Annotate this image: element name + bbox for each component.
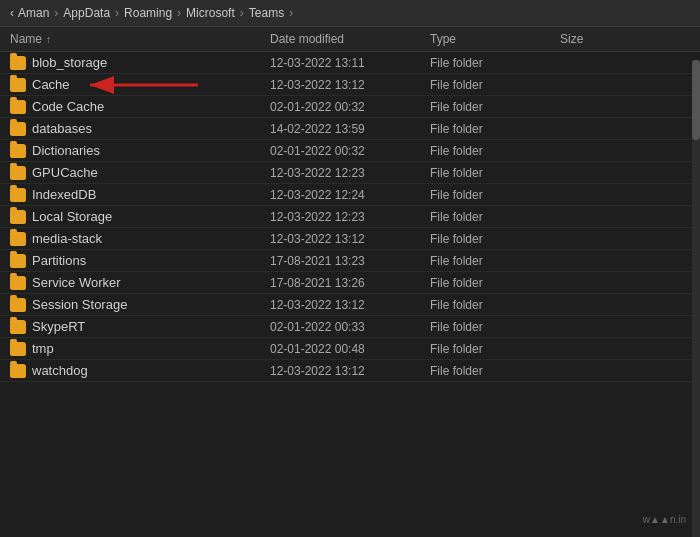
- date-cell: 17-08-2021 13:23: [270, 254, 430, 268]
- table-row[interactable]: watchdog 12-03-2022 13:12 File folder: [0, 360, 700, 382]
- breadcrumb-item-roaming[interactable]: Roaming: [124, 6, 172, 20]
- date-cell: 02-01-2022 00:33: [270, 320, 430, 334]
- folder-icon: [10, 210, 26, 224]
- table-row[interactable]: databases 14-02-2022 13:59 File folder: [0, 118, 700, 140]
- date-cell: 12-03-2022 12:23: [270, 210, 430, 224]
- table-row[interactable]: Dictionaries 02-01-2022 00:32 File folde…: [0, 140, 700, 162]
- date-cell: 02-01-2022 00:48: [270, 342, 430, 356]
- file-name-text: Service Worker: [32, 275, 121, 290]
- file-name-text: media-stack: [32, 231, 102, 246]
- col-date-header[interactable]: Date modified: [270, 32, 430, 46]
- type-cell: File folder: [430, 122, 560, 136]
- file-name-cell: blob_storage: [10, 55, 270, 70]
- file-name-text: Session Storage: [32, 297, 127, 312]
- file-name-text: SkypeRT: [32, 319, 85, 334]
- date-cell: 12-03-2022 13:12: [270, 298, 430, 312]
- table-row[interactable]: Session Storage 12-03-2022 13:12 File fo…: [0, 294, 700, 316]
- breadcrumb-item-microsoft[interactable]: Microsoft: [186, 6, 235, 20]
- folder-icon: [10, 364, 26, 378]
- file-name-text: watchdog: [32, 363, 88, 378]
- file-name-text: IndexedDB: [32, 187, 96, 202]
- file-name-cell: Service Worker: [10, 275, 270, 290]
- table-row[interactable]: tmp 02-01-2022 00:48 File folder: [0, 338, 700, 360]
- folder-icon: [10, 78, 26, 92]
- breadcrumb[interactable]: ‹ Aman › AppData › Roaming › Microsoft ›…: [0, 0, 700, 27]
- file-name-text: GPUCache: [32, 165, 98, 180]
- col-name-header[interactable]: Name ↑: [10, 32, 270, 46]
- type-cell: File folder: [430, 232, 560, 246]
- breadcrumb-item-appdata[interactable]: AppData: [63, 6, 110, 20]
- type-cell: File folder: [430, 276, 560, 290]
- breadcrumb-sep-3: ›: [177, 6, 181, 20]
- table-row[interactable]: Cache 12-03-2022 13:12 File folder: [0, 74, 700, 96]
- file-name-cell: Code Cache: [10, 99, 270, 114]
- col-size-header[interactable]: Size: [560, 32, 640, 46]
- breadcrumb-sep-5: ›: [289, 6, 293, 20]
- breadcrumb-sep-1: ›: [54, 6, 58, 20]
- breadcrumb-sep-2: ›: [115, 6, 119, 20]
- type-cell: File folder: [430, 144, 560, 158]
- date-cell: 12-03-2022 12:23: [270, 166, 430, 180]
- table-row[interactable]: Partitions 17-08-2021 13:23 File folder: [0, 250, 700, 272]
- breadcrumb-sep-4: ›: [240, 6, 244, 20]
- file-name-cell: Partitions: [10, 253, 270, 268]
- table-row[interactable]: Service Worker 17-08-2021 13:26 File fol…: [0, 272, 700, 294]
- type-cell: File folder: [430, 100, 560, 114]
- type-cell: File folder: [430, 166, 560, 180]
- file-name-cell: Dictionaries: [10, 143, 270, 158]
- breadcrumb-item-teams[interactable]: Teams: [249, 6, 284, 20]
- table-row[interactable]: media-stack 12-03-2022 13:12 File folder: [0, 228, 700, 250]
- scrollbar-track[interactable]: [692, 60, 700, 537]
- date-cell: 12-03-2022 13:12: [270, 78, 430, 92]
- table-row[interactable]: blob_storage 12-03-2022 13:11 File folde…: [0, 52, 700, 74]
- file-name-cell: SkypeRT: [10, 319, 270, 334]
- date-cell: 14-02-2022 13:59: [270, 122, 430, 136]
- type-cell: File folder: [430, 210, 560, 224]
- table-row[interactable]: Code Cache 02-01-2022 00:32 File folder: [0, 96, 700, 118]
- file-name-text: blob_storage: [32, 55, 107, 70]
- breadcrumb-item-aman[interactable]: Aman: [18, 6, 49, 20]
- type-cell: File folder: [430, 254, 560, 268]
- folder-icon: [10, 100, 26, 114]
- type-cell: File folder: [430, 56, 560, 70]
- date-cell: 02-01-2022 00:32: [270, 144, 430, 158]
- breadcrumb-arrow: ‹: [10, 6, 14, 20]
- file-name-text: Local Storage: [32, 209, 112, 224]
- file-name-cell: watchdog: [10, 363, 270, 378]
- file-name-text: tmp: [32, 341, 54, 356]
- file-name-text: Partitions: [32, 253, 86, 268]
- table-row[interactable]: IndexedDB 12-03-2022 12:24 File folder: [0, 184, 700, 206]
- col-type-header[interactable]: Type: [430, 32, 560, 46]
- table-row[interactable]: SkypeRT 02-01-2022 00:33 File folder: [0, 316, 700, 338]
- file-name-cell: Cache: [10, 77, 270, 92]
- date-cell: 12-03-2022 13:12: [270, 364, 430, 378]
- folder-icon: [10, 56, 26, 70]
- folder-icon: [10, 188, 26, 202]
- folder-icon: [10, 254, 26, 268]
- date-cell: 12-03-2022 12:24: [270, 188, 430, 202]
- table-header: Name ↑ Date modified Type Size: [0, 27, 700, 52]
- file-name-cell: media-stack: [10, 231, 270, 246]
- folder-icon: [10, 144, 26, 158]
- file-name-cell: IndexedDB: [10, 187, 270, 202]
- file-name-cell: Local Storage: [10, 209, 270, 224]
- type-cell: File folder: [430, 342, 560, 356]
- type-cell: File folder: [430, 364, 560, 378]
- date-cell: 02-01-2022 00:32: [270, 100, 430, 114]
- file-name-cell: Session Storage: [10, 297, 270, 312]
- folder-icon: [10, 122, 26, 136]
- watermark: w▲▲n.in: [643, 514, 686, 525]
- date-cell: 12-03-2022 13:11: [270, 56, 430, 70]
- sort-arrow-icon: ↑: [46, 34, 51, 45]
- scrollbar-thumb[interactable]: [692, 60, 700, 140]
- table-row[interactable]: Local Storage 12-03-2022 12:23 File fold…: [0, 206, 700, 228]
- date-cell: 12-03-2022 13:12: [270, 232, 430, 246]
- folder-icon: [10, 298, 26, 312]
- file-name-text: databases: [32, 121, 92, 136]
- date-cell: 17-08-2021 13:26: [270, 276, 430, 290]
- table-row[interactable]: GPUCache 12-03-2022 12:23 File folder: [0, 162, 700, 184]
- file-name-text: Code Cache: [32, 99, 104, 114]
- file-name-cell: GPUCache: [10, 165, 270, 180]
- folder-icon: [10, 320, 26, 334]
- folder-icon: [10, 166, 26, 180]
